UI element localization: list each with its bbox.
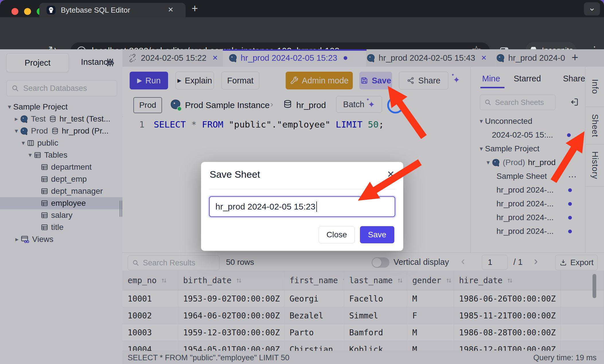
save-sheet-modal: Save Sheet ✕ hr_prod 2024-02-05 15:23 Cl… <box>201 162 403 251</box>
browser-frame: Bytebase SQL Editor ✕ + ⌄ <box>0 0 604 17</box>
modal-title: Save Sheet <box>210 169 260 180</box>
modal-save-label: Save <box>368 230 386 239</box>
browser-toolbar: ← → ↻ localhost:8080/sql-editor/prod-sam… <box>0 17 604 49</box>
new-tab-icon[interactable]: + <box>192 2 198 15</box>
mac-minimize-button[interactable] <box>24 8 31 15</box>
mac-close-button[interactable] <box>11 8 18 15</box>
chevron-down-icon: ⌄ <box>588 3 595 13</box>
browser-window: Bytebase SQL Editor ✕ + ⌄ ← → ↻ localhos… <box>0 0 604 364</box>
modal-close-button[interactable]: Close <box>319 226 355 243</box>
modal-save-button[interactable]: Save <box>360 226 394 243</box>
text-cursor <box>316 201 317 212</box>
browser-tab[interactable]: Bytebase SQL Editor ✕ <box>39 3 186 17</box>
bytebase-favicon <box>46 5 56 15</box>
tab-search-button[interactable]: ⌄ <box>584 2 600 15</box>
sheet-name-field[interactable]: hr_prod 2024-02-05 15:23 <box>209 196 395 217</box>
tab-close-icon[interactable]: ✕ <box>168 6 174 14</box>
sheet-name-value: hr_prod 2024-02-05 15:23 <box>215 202 315 212</box>
browser-tab-title: Bytebase SQL Editor <box>61 6 130 15</box>
modal-close-icon[interactable]: ✕ <box>387 169 395 180</box>
modal-divider <box>209 189 395 189</box>
modal-close-label: Close <box>326 230 347 239</box>
